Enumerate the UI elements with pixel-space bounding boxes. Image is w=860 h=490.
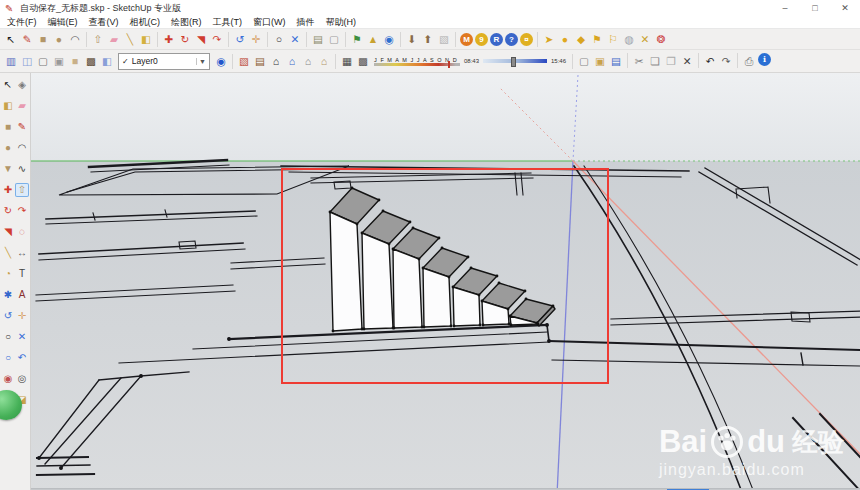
date-track[interactable] <box>374 63 460 66</box>
paint-bucket-icon[interactable]: ◧ <box>1 99 15 113</box>
select-icon[interactable]: ↖ <box>1 78 15 92</box>
style-wireframe-icon[interactable]: ▢ <box>35 53 51 69</box>
close-button[interactable]: ✕ <box>830 3 860 13</box>
add-location-icon[interactable]: ⚑ <box>349 31 365 47</box>
shadow-date-slider[interactable]: J F M A M J J A S O N D <box>374 57 460 66</box>
plugin-close-icon[interactable]: ✕ <box>637 31 653 47</box>
pan-icon[interactable]: ✛ <box>15 309 29 323</box>
zoom-extents-icon[interactable]: ✕ <box>15 330 29 344</box>
copy-icon[interactable]: ❏ <box>647 53 663 69</box>
rotate-icon[interactable]: ↻ <box>177 31 193 47</box>
plugin-ball-icon[interactable]: ◍ <box>621 31 637 47</box>
shadow-settings-icon[interactable]: ▦ <box>339 53 355 69</box>
zoom-window-icon[interactable]: ○ <box>1 351 15 365</box>
line-icon[interactable]: ✎ <box>19 31 35 47</box>
select-icon[interactable]: ↖ <box>3 31 19 47</box>
pan-icon[interactable]: ✛ <box>248 31 264 47</box>
zoom-extents-icon[interactable]: ✕ <box>287 31 303 47</box>
view-front-icon[interactable]: ⌂ <box>300 53 316 69</box>
axes-icon[interactable]: ✱ <box>1 288 15 302</box>
open-file-icon[interactable]: ▣ <box>592 53 608 69</box>
help-center-icon[interactable]: ? <box>505 33 518 46</box>
warehouse-render-icon[interactable]: R <box>490 33 503 46</box>
orbit-icon[interactable]: ↺ <box>1 309 15 323</box>
freehand-icon[interactable]: ∿ <box>15 162 29 176</box>
previous-view-icon[interactable]: ▤ <box>310 31 326 47</box>
minimize-button[interactable]: – <box>770 3 800 13</box>
zoom-icon[interactable]: ○ <box>1 330 15 344</box>
warehouse-model-icon[interactable]: M <box>460 33 473 46</box>
arc-icon[interactable]: ◠ <box>15 141 29 155</box>
style-monochrome-icon[interactable]: ◧ <box>99 53 115 69</box>
maximize-button[interactable]: □ <box>800 3 830 13</box>
move-icon[interactable]: ✚ <box>1 183 15 197</box>
style-hidden-line-icon[interactable]: ▣ <box>51 53 67 69</box>
model-scene[interactable] <box>31 73 860 490</box>
menu-item-5[interactable]: 工具(T) <box>213 16 243 29</box>
push-pull-icon[interactable]: ⇧ <box>90 31 106 47</box>
shadow-time-slider[interactable] <box>483 59 547 63</box>
menu-item-0[interactable]: 文件(F) <box>7 16 37 29</box>
offset-icon[interactable]: ◌ <box>15 225 29 239</box>
previous-view-icon[interactable]: ↶ <box>15 351 29 365</box>
toggle-terrain-icon[interactable]: ▲ <box>365 31 381 47</box>
time-slider-handle[interactable] <box>511 57 516 67</box>
look-around-icon[interactable]: ◎ <box>15 372 29 386</box>
zoom-icon[interactable]: ○ <box>271 31 287 47</box>
delete-icon[interactable]: ✕ <box>679 53 695 69</box>
style-back-edges-icon[interactable]: ▥ <box>3 53 19 69</box>
cut-icon[interactable]: ✂ <box>631 53 647 69</box>
redo-icon[interactable]: ↷ <box>718 53 734 69</box>
menu-item-2[interactable]: 查看(V) <box>89 16 119 29</box>
dimension-icon[interactable]: ↔ <box>15 246 29 260</box>
price-tag-icon[interactable]: ¤ <box>520 33 533 46</box>
shadow-toggle-icon[interactable]: ▩ <box>355 53 371 69</box>
polygon-icon[interactable]: ▼ <box>1 162 15 176</box>
viewport[interactable]: Bai du 经验 jingyan.baidu.com <box>31 73 860 490</box>
rotate-icon[interactable]: ↻ <box>1 204 15 218</box>
menu-item-1[interactable]: 编辑(E) <box>48 16 78 29</box>
push-pull-icon[interactable]: ⇧ <box>15 183 29 197</box>
menu-item-3[interactable]: 相机(C) <box>130 16 161 29</box>
protractor-icon[interactable]: ◔ <box>1 267 15 281</box>
style-xray-icon[interactable]: ◫ <box>19 53 35 69</box>
get-models-icon[interactable]: ⬇ <box>404 31 420 47</box>
menu-item-6[interactable]: 窗口(W) <box>253 16 286 29</box>
menu-item-7[interactable]: 插件 <box>297 16 315 29</box>
plugin-gem-icon[interactable]: ◆ <box>573 31 589 47</box>
scene-save-icon[interactable]: ⌂ <box>284 53 300 69</box>
move-icon[interactable]: ✚ <box>161 31 177 47</box>
view-home-icon[interactable]: ⌂ <box>316 53 332 69</box>
plugin-sphere-icon[interactable]: ● <box>557 31 573 47</box>
materials-panel-icon[interactable]: ▤ <box>252 53 268 69</box>
paste-icon[interactable]: ❐ <box>663 53 679 69</box>
line-icon[interactable]: ✎ <box>15 120 29 134</box>
save-file-icon[interactable]: ▤ <box>608 53 624 69</box>
rectangle-icon[interactable]: ■ <box>35 31 51 47</box>
orbit-icon[interactable]: ↺ <box>232 31 248 47</box>
share-component-icon[interactable]: ▧ <box>436 31 452 47</box>
plugin-color-wheel-icon[interactable]: ❂ <box>653 31 669 47</box>
menu-item-8[interactable]: 帮助(H) <box>326 16 357 29</box>
style-shaded-icon[interactable]: ■ <box>67 53 83 69</box>
menu-item-4[interactable]: 绘图(R) <box>171 16 202 29</box>
style-shaded-textures-icon[interactable]: ▩ <box>83 53 99 69</box>
warehouse-pin-icon[interactable]: 9 <box>475 33 488 46</box>
circle-icon[interactable]: ● <box>51 31 67 47</box>
paint-bucket-icon[interactable]: ◧ <box>138 31 154 47</box>
tape-measure-icon[interactable]: ╲ <box>122 31 138 47</box>
layer-combo[interactable]: ✓ Layer0 ▼ <box>118 53 210 70</box>
circle-icon[interactable]: ● <box>1 141 15 155</box>
text-icon[interactable]: T <box>15 267 29 281</box>
model-info-icon[interactable]: ℹ <box>758 53 771 66</box>
next-view-icon[interactable]: ▢ <box>326 31 342 47</box>
date-slider-handle[interactable] <box>448 61 450 68</box>
new-file-icon[interactable]: ▢ <box>576 53 592 69</box>
eraser-icon[interactable]: ▰ <box>106 31 122 47</box>
layer-manager-icon[interactable]: ◉ <box>213 53 229 69</box>
make-component-icon[interactable]: ◈ <box>15 78 29 92</box>
share-model-icon[interactable]: ⬆ <box>420 31 436 47</box>
eraser-icon[interactable]: ▰ <box>15 99 29 113</box>
position-camera-icon[interactable]: ◉ <box>1 372 15 386</box>
plugin-flag-alt-icon[interactable]: ⚐ <box>605 31 621 47</box>
